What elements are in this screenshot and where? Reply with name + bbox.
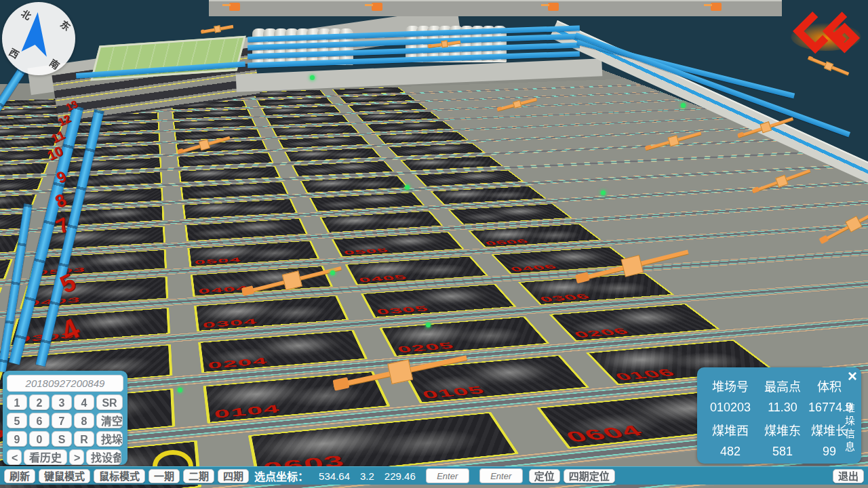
ship-loader-icon (229, 3, 240, 11)
keypad-button-8[interactable]: 8 (74, 413, 94, 428)
keypad-button-1[interactable]: 1 (7, 394, 27, 410)
info-header: 煤堆东 (757, 421, 808, 439)
keypad-button-5[interactable]: 5 (7, 413, 27, 428)
status-dot-green (405, 185, 410, 190)
machine-counterweight (333, 378, 350, 391)
toolbar-button-键鼠模式[interactable]: 键鼠模式 (39, 469, 90, 483)
exit-button[interactable]: 退出 (833, 469, 864, 483)
keypad-display[interactable]: 20180927200849 (7, 375, 123, 392)
status-dot-green (681, 103, 686, 108)
keypad-button-3[interactable]: 3 (52, 394, 72, 410)
toolbar-button-四期定位[interactable]: 四期定位 (564, 469, 615, 483)
coord-input-1[interactable] (426, 468, 469, 483)
compass-arrow-icon (0, 0, 77, 77)
coord-input-2[interactable] (479, 468, 523, 483)
coord-x: 534.64 (319, 470, 350, 482)
machine-counterweight (241, 285, 254, 296)
info-value: 581 (757, 445, 808, 459)
keypad-button-清空[interactable]: 清空 (96, 413, 123, 428)
ship-loader-icon (711, 3, 722, 11)
machine-counterweight (575, 272, 589, 283)
machine-counterweight (737, 131, 745, 138)
toolbar-button-鼠标模式[interactable]: 鼠标模式 (94, 469, 145, 483)
keypad-button-7[interactable]: 7 (52, 413, 72, 428)
machine-tower (214, 25, 221, 33)
status-dot-green (330, 270, 335, 275)
info-header: 堆场号 (704, 377, 757, 394)
machine-tower (282, 270, 302, 289)
toolbar-left-buttons: 刷新键鼠模式鼠标模式一期二期四期 (4, 469, 249, 483)
machine-counterweight (752, 186, 760, 193)
keypad-button-<[interactable]: < (7, 449, 22, 465)
pile-label: 0602 (0, 485, 14, 488)
keypad-button-6[interactable]: 6 (29, 413, 50, 428)
status-dot-green (178, 388, 182, 392)
keypad-button-4[interactable]: 4 (74, 394, 94, 410)
toolbar-button-四期[interactable]: 四期 (218, 469, 249, 483)
coord-y: 3.2 (360, 470, 374, 482)
keypad-button-9[interactable]: 9 (7, 431, 27, 447)
keypad-button-R[interactable]: R (74, 431, 94, 447)
info-header: 体积 (808, 377, 850, 394)
coal-yard-3d-app: 0601060206030604010101020103010401050106… (0, 0, 868, 488)
compass[interactable]: 北 东 西 南 (0, 0, 77, 77)
info-value: 482 (704, 445, 757, 459)
keypad-button-2[interactable]: 2 (29, 394, 50, 410)
info-header: 煤堆西 (704, 421, 757, 439)
ship-loader-icon (548, 3, 559, 11)
keypad-buttons: 1234SR5678清空90SR找垛<看历史>找设备 (7, 394, 123, 465)
machine-counterweight (644, 144, 652, 150)
bottom-toolbar: 刷新键鼠模式鼠标模式一期二期四期 选点坐标： 534.64 3.2 229.46… (0, 466, 868, 485)
machine-tower (441, 40, 449, 48)
toolbar-button-刷新[interactable]: 刷新 (4, 469, 35, 483)
keypad-panel: 20180927200849 1234SR5678清空90SR找垛<看历史>找设… (3, 371, 127, 465)
status-dot-green (426, 323, 431, 327)
toolbar-right-buttons: 定位四期定位 (529, 469, 615, 483)
info-value: 010203 (704, 401, 757, 415)
pier-strip (209, 0, 782, 16)
status-dot-green (310, 75, 315, 80)
keypad-button-看历史[interactable]: 看历史 (24, 449, 67, 465)
keypad-button-SR[interactable]: SR (96, 394, 123, 410)
keypad-button-0[interactable]: 0 (29, 431, 50, 447)
info-header: 最高点 (757, 377, 808, 394)
machine-counterweight (177, 148, 184, 154)
pile-info-panel: × 堆场号最高点体积01020311.3016774.9煤堆西煤堆东煤堆长482… (697, 367, 861, 464)
pile-info-grid: 堆场号最高点体积01020311.3016774.9煤堆西煤堆东煤堆长48258… (704, 377, 840, 459)
keypad-button-找垛[interactable]: 找垛 (96, 431, 123, 447)
company-logo (789, 5, 863, 57)
ship-loader-icon (372, 3, 382, 11)
info-value: 11.30 (757, 401, 808, 415)
coord-z: 229.46 (384, 470, 416, 482)
pile-info-title: 堆垛信息 (842, 403, 856, 454)
toolbar-button-定位[interactable]: 定位 (529, 469, 560, 483)
toolbar-button-二期[interactable]: 二期 (183, 469, 214, 483)
keypad-button-找设备[interactable]: 找设备 (86, 449, 121, 465)
keypad-button->[interactable]: > (69, 449, 84, 465)
coord-label: 选点坐标： (254, 468, 309, 484)
toolbar-button-一期[interactable]: 一期 (149, 469, 180, 483)
status-dot-green (601, 190, 606, 195)
keypad-button-S[interactable]: S (52, 431, 72, 447)
